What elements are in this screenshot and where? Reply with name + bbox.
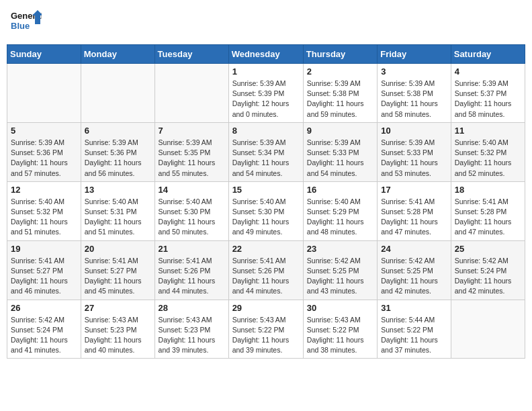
calendar-cell: 10Sunrise: 5:39 AM Sunset: 5:33 PM Dayli…: [378, 122, 451, 181]
day-info: Sunrise: 5:39 AM Sunset: 5:36 PM Dayligh…: [11, 138, 77, 179]
day-number: 21: [159, 244, 225, 254]
calendar-cell: [81, 64, 154, 123]
calendar-cell: 21Sunrise: 5:41 AM Sunset: 5:26 PM Dayli…: [154, 240, 228, 300]
day-number: 25: [455, 244, 521, 254]
logo: General Blue: [9, 7, 42, 39]
calendar-cell: 27Sunrise: 5:43 AM Sunset: 5:23 PM Dayli…: [81, 300, 154, 359]
calendar-cell: 20Sunrise: 5:41 AM Sunset: 5:27 PM Dayli…: [81, 240, 154, 300]
day-info: Sunrise: 5:42 AM Sunset: 5:24 PM Dayligh…: [455, 256, 521, 297]
day-number: 13: [85, 185, 151, 195]
day-info: Sunrise: 5:39 AM Sunset: 5:39 PM Dayligh…: [232, 79, 300, 120]
calendar-cell: 4Sunrise: 5:39 AM Sunset: 5:37 PM Daylig…: [451, 64, 525, 123]
day-info: Sunrise: 5:40 AM Sunset: 5:32 PM Dayligh…: [455, 138, 521, 179]
day-number: 28: [159, 303, 225, 313]
day-info: Sunrise: 5:39 AM Sunset: 5:34 PM Dayligh…: [232, 138, 300, 179]
calendar-week-row: 12Sunrise: 5:40 AM Sunset: 5:32 PM Dayli…: [7, 181, 525, 240]
day-info: Sunrise: 5:39 AM Sunset: 5:37 PM Dayligh…: [455, 79, 521, 120]
day-info: Sunrise: 5:39 AM Sunset: 5:38 PM Dayligh…: [307, 79, 373, 120]
day-info: Sunrise: 5:42 AM Sunset: 5:25 PM Dayligh…: [381, 256, 447, 297]
day-info: Sunrise: 5:43 AM Sunset: 5:22 PM Dayligh…: [307, 315, 373, 356]
calendar-cell: 18Sunrise: 5:41 AM Sunset: 5:28 PM Dayli…: [451, 181, 525, 240]
day-number: 8: [232, 126, 300, 136]
day-info: Sunrise: 5:43 AM Sunset: 5:22 PM Dayligh…: [232, 315, 300, 356]
day-number: 19: [11, 244, 77, 254]
day-number: 20: [85, 244, 151, 254]
calendar-cell: 6Sunrise: 5:39 AM Sunset: 5:36 PM Daylig…: [81, 122, 154, 181]
calendar-cell: 8Sunrise: 5:39 AM Sunset: 5:34 PM Daylig…: [228, 122, 303, 181]
calendar-cell: 13Sunrise: 5:40 AM Sunset: 5:31 PM Dayli…: [81, 181, 154, 240]
day-number: 31: [381, 303, 447, 313]
weekday-header-tuesday: Tuesday: [154, 45, 228, 64]
logo-svg: General Blue: [9, 7, 42, 39]
day-info: Sunrise: 5:39 AM Sunset: 5:36 PM Dayligh…: [85, 138, 151, 179]
day-info: Sunrise: 5:40 AM Sunset: 5:32 PM Dayligh…: [11, 197, 77, 238]
calendar-cell: 12Sunrise: 5:40 AM Sunset: 5:32 PM Dayli…: [7, 181, 81, 240]
weekday-header-saturday: Saturday: [451, 45, 525, 64]
calendar-cell: 15Sunrise: 5:40 AM Sunset: 5:30 PM Dayli…: [228, 181, 303, 240]
calendar-week-row: 26Sunrise: 5:42 AM Sunset: 5:24 PM Dayli…: [7, 300, 525, 359]
calendar-table: SundayMondayTuesdayWednesdayThursdayFrid…: [7, 44, 525, 359]
day-info: Sunrise: 5:41 AM Sunset: 5:28 PM Dayligh…: [381, 197, 447, 238]
weekday-header-friday: Friday: [378, 45, 451, 64]
day-number: 22: [232, 244, 300, 254]
calendar-cell: 22Sunrise: 5:41 AM Sunset: 5:26 PM Dayli…: [228, 240, 303, 300]
calendar-cell: [451, 300, 525, 359]
calendar-cell: 29Sunrise: 5:43 AM Sunset: 5:22 PM Dayli…: [228, 300, 303, 359]
weekday-header-thursday: Thursday: [303, 45, 377, 64]
day-info: Sunrise: 5:41 AM Sunset: 5:28 PM Dayligh…: [455, 197, 521, 238]
calendar-cell: 5Sunrise: 5:39 AM Sunset: 5:36 PM Daylig…: [7, 122, 81, 181]
calendar-cell: 25Sunrise: 5:42 AM Sunset: 5:24 PM Dayli…: [451, 240, 525, 300]
day-number: 23: [307, 244, 373, 254]
day-info: Sunrise: 5:41 AM Sunset: 5:27 PM Dayligh…: [11, 256, 77, 297]
day-number: 16: [307, 185, 373, 195]
weekday-header-wednesday: Wednesday: [228, 45, 303, 64]
svg-text:Blue: Blue: [11, 21, 30, 31]
calendar-cell: 2Sunrise: 5:39 AM Sunset: 5:38 PM Daylig…: [303, 64, 377, 123]
day-number: 26: [11, 303, 77, 313]
day-info: Sunrise: 5:40 AM Sunset: 5:29 PM Dayligh…: [307, 197, 373, 238]
day-info: Sunrise: 5:41 AM Sunset: 5:27 PM Dayligh…: [85, 256, 151, 297]
calendar-header-row: SundayMondayTuesdayWednesdayThursdayFrid…: [7, 45, 525, 64]
calendar-cell: [7, 64, 81, 123]
day-info: Sunrise: 5:40 AM Sunset: 5:31 PM Dayligh…: [85, 197, 151, 238]
day-info: Sunrise: 5:41 AM Sunset: 5:26 PM Dayligh…: [232, 256, 300, 297]
day-number: 3: [381, 66, 447, 77]
day-number: 4: [455, 66, 521, 77]
calendar-week-row: 5Sunrise: 5:39 AM Sunset: 5:36 PM Daylig…: [7, 122, 525, 181]
calendar-cell: 7Sunrise: 5:39 AM Sunset: 5:35 PM Daylig…: [154, 122, 228, 181]
day-number: 14: [159, 185, 225, 195]
day-number: 24: [381, 244, 447, 254]
day-number: 27: [85, 303, 151, 313]
day-info: Sunrise: 5:41 AM Sunset: 5:26 PM Dayligh…: [159, 256, 225, 297]
calendar-week-row: 1Sunrise: 5:39 AM Sunset: 5:39 PM Daylig…: [7, 64, 525, 123]
calendar-cell: 1Sunrise: 5:39 AM Sunset: 5:39 PM Daylig…: [228, 64, 303, 123]
day-number: 29: [232, 303, 300, 313]
day-number: 10: [381, 126, 447, 136]
day-number: 9: [307, 126, 373, 136]
day-number: 15: [232, 185, 300, 195]
calendar-cell: 16Sunrise: 5:40 AM Sunset: 5:29 PM Dayli…: [303, 181, 377, 240]
day-number: 6: [85, 126, 151, 136]
calendar-cell: [154, 64, 228, 123]
calendar-cell: 17Sunrise: 5:41 AM Sunset: 5:28 PM Dayli…: [378, 181, 451, 240]
day-info: Sunrise: 5:40 AM Sunset: 5:30 PM Dayligh…: [159, 197, 225, 238]
day-number: 1: [232, 66, 300, 77]
day-number: 5: [11, 126, 77, 136]
day-number: 11: [455, 126, 521, 136]
day-info: Sunrise: 5:39 AM Sunset: 5:33 PM Dayligh…: [307, 138, 373, 179]
calendar-cell: 31Sunrise: 5:44 AM Sunset: 5:22 PM Dayli…: [378, 300, 451, 359]
day-info: Sunrise: 5:42 AM Sunset: 5:24 PM Dayligh…: [11, 315, 77, 356]
day-number: 12: [11, 185, 77, 195]
day-number: 18: [455, 185, 521, 195]
calendar-cell: 14Sunrise: 5:40 AM Sunset: 5:30 PM Dayli…: [154, 181, 228, 240]
day-info: Sunrise: 5:43 AM Sunset: 5:23 PM Dayligh…: [85, 315, 151, 356]
calendar-cell: 28Sunrise: 5:43 AM Sunset: 5:23 PM Dayli…: [154, 300, 228, 359]
page-header: General Blue: [7, 7, 525, 39]
weekday-header-sunday: Sunday: [7, 45, 81, 64]
calendar-cell: 24Sunrise: 5:42 AM Sunset: 5:25 PM Dayli…: [378, 240, 451, 300]
day-info: Sunrise: 5:43 AM Sunset: 5:23 PM Dayligh…: [159, 315, 225, 356]
day-info: Sunrise: 5:39 AM Sunset: 5:35 PM Dayligh…: [159, 138, 225, 179]
weekday-header-monday: Monday: [81, 45, 154, 64]
calendar-week-row: 19Sunrise: 5:41 AM Sunset: 5:27 PM Dayli…: [7, 240, 525, 300]
day-number: 2: [307, 66, 373, 77]
